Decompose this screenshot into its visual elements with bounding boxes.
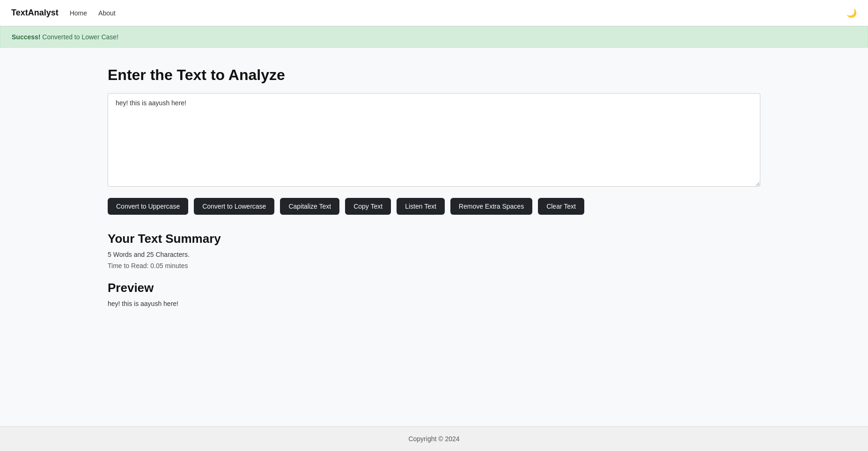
summary-stats: 5 Words and 25 Characters. (108, 251, 760, 258)
copy-text-button[interactable]: Copy Text (345, 198, 391, 215)
preview-text: hey! this is aayush here! (108, 300, 760, 307)
remove-extra-spaces-button[interactable]: Remove Extra Spaces (450, 198, 532, 215)
clear-text-button[interactable]: Clear Text (538, 198, 584, 215)
navbar-link-about[interactable]: About (98, 9, 116, 17)
alert-message: Converted to Lower Case! (40, 33, 118, 41)
capitalize-text-button[interactable]: Capitalize Text (280, 198, 339, 215)
navbar-brand[interactable]: TextAnalyst (11, 8, 59, 18)
convert-lowercase-button[interactable]: Convert to Lowercase (194, 198, 274, 215)
convert-uppercase-button[interactable]: Convert to Uppercase (108, 198, 188, 215)
listen-text-button[interactable]: Listen Text (397, 198, 445, 215)
footer: Copyright © 2024 (0, 426, 868, 451)
footer-copyright: Copyright © 2024 (408, 435, 459, 443)
dark-mode-icon[interactable]: 🌙 (846, 8, 857, 18)
alert-bold-text: Success! (12, 33, 40, 41)
summary-read-time: Time to Read: 0.05 minutes (108, 262, 760, 269)
page-title: Enter the Text to Analyze (108, 66, 760, 84)
alert-banner: Success! Converted to Lower Case! (0, 26, 868, 48)
text-input[interactable]: hey! this is aayush here! (108, 93, 760, 187)
summary-title: Your Text Summary (108, 232, 760, 246)
navbar: TextAnalyst Home About 🌙 (0, 0, 868, 26)
preview-title: Preview (108, 281, 760, 295)
navbar-link-home[interactable]: Home (70, 9, 87, 17)
main-content: Enter the Text to Analyze hey! this is a… (0, 48, 868, 426)
buttons-row: Convert to Uppercase Convert to Lowercas… (108, 198, 760, 215)
